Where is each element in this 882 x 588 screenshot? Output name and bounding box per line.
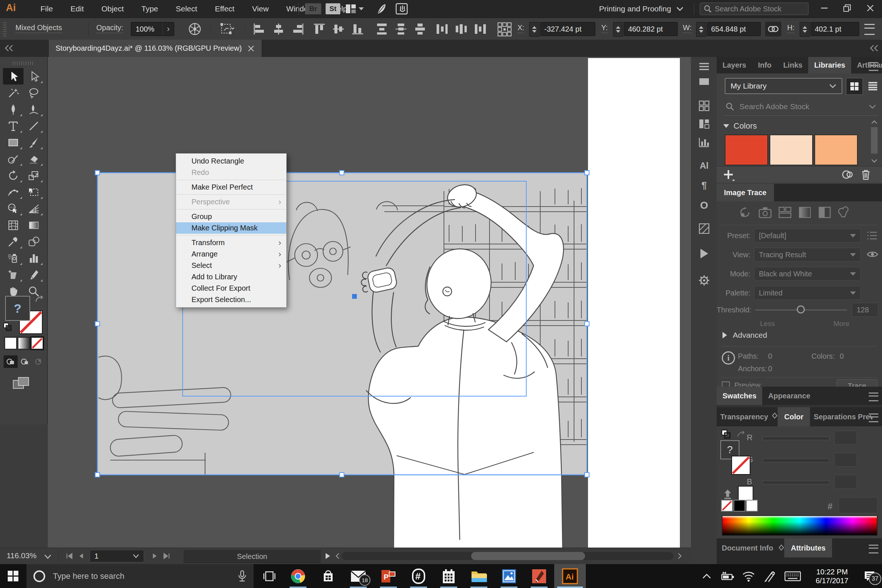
tool-line-segment[interactable] — [24, 118, 44, 134]
swap-fill-stroke-icon[interactable] — [34, 295, 45, 304]
clock[interactable]: 10:22 PM 6/17/2017 — [807, 564, 857, 588]
status-indicator[interactable]: Selection — [184, 550, 321, 563]
taskbar-powerpoint-icon[interactable]: P — [374, 564, 404, 588]
dock-actions-icon[interactable] — [691, 248, 717, 259]
bridge-button[interactable]: Br — [305, 3, 321, 14]
library-select[interactable]: My Library — [725, 78, 842, 94]
menu-item-select[interactable]: Select› — [176, 260, 286, 271]
arrange-documents-icon[interactable] — [345, 4, 357, 14]
draw-normal-button[interactable] — [4, 356, 18, 368]
hex-input[interactable] — [838, 497, 878, 513]
battery-icon[interactable] — [717, 564, 738, 588]
panel-height-toggle-icon[interactable] — [778, 544, 784, 553]
colors-group-header[interactable]: Colors — [723, 121, 757, 131]
tool-rotate[interactable] — [3, 167, 24, 184]
red-slider[interactable] — [763, 436, 830, 440]
library-swatch[interactable] — [814, 135, 858, 165]
previous-artboard-icon[interactable] — [78, 553, 84, 560]
tool-perspective-grid[interactable] — [24, 200, 44, 217]
tab-layers[interactable]: Layers — [717, 57, 752, 74]
tool-artboard[interactable] — [3, 266, 24, 283]
toolbar-grip[interactable] — [12, 62, 34, 65]
library-scrollbar-thumb[interactable] — [871, 127, 878, 154]
swap-fill-stroke-icon[interactable] — [736, 430, 747, 439]
tool-rectangle[interactable] — [3, 134, 24, 151]
green-slider[interactable] — [763, 459, 830, 462]
menu-item-transform[interactable]: Transform› — [176, 237, 286, 248]
taskbar-photos-icon[interactable] — [494, 564, 524, 588]
tab-separations-preview[interactable]: Separations Previ — [810, 407, 873, 426]
constrain-proportions-icon[interactable] — [765, 22, 781, 36]
fill-color-indicator[interactable]: ? — [5, 296, 30, 321]
align-center-vertical-icon[interactable] — [332, 23, 345, 35]
green-value-field[interactable] — [834, 453, 857, 467]
menu-item-make-clipping-mask[interactable]: Make Clipping Mask — [176, 222, 286, 234]
artboard[interactable] — [588, 58, 680, 548]
panel-menu-icon[interactable] — [869, 413, 878, 422]
collapse-panels-icon[interactable] — [870, 45, 879, 52]
tab-image-trace[interactable]: Image Trace — [717, 184, 774, 201]
transform-options-icon[interactable] — [220, 22, 234, 36]
distribute-right-icon[interactable] — [474, 23, 487, 35]
h-stepper[interactable] — [800, 22, 810, 37]
menu-object[interactable]: Object — [93, 0, 133, 18]
zoom-level[interactable]: 116.03% — [7, 551, 36, 560]
distribute-center-vertical-icon[interactable] — [395, 23, 408, 35]
tab-links[interactable]: Links — [777, 57, 808, 74]
library-swatch[interactable] — [770, 135, 813, 165]
dock-settings-icon[interactable] — [691, 274, 717, 286]
default-fill-stroke-icon[interactable] — [3, 322, 12, 332]
panel-height-toggle-icon[interactable] — [772, 412, 778, 421]
action-center-button[interactable]: 37 — [858, 564, 882, 588]
tray-expand-icon[interactable] — [697, 564, 717, 588]
arrange-documents-chevron-icon[interactable] — [358, 8, 364, 10]
tab-info[interactable]: Info — [752, 57, 778, 74]
tool-curvature[interactable] — [24, 101, 44, 118]
black-swatch[interactable] — [734, 500, 745, 512]
tool-paintbrush[interactable] — [24, 134, 44, 151]
menu-file[interactable]: File — [32, 0, 62, 18]
library-swatch[interactable] — [725, 135, 768, 165]
distribute-center-horizontal-icon[interactable] — [455, 23, 468, 35]
w-field[interactable]: 654.848 pt — [707, 22, 761, 36]
w-stepper[interactable] — [696, 22, 706, 37]
document-tab[interactable]: Storyboarding4Dayz.ai* @ 116.03% (RGB/GP… — [49, 40, 262, 57]
tab-document-info[interactable]: Document Info — [717, 538, 778, 558]
taskbar-explorer-icon[interactable] — [464, 564, 494, 588]
start-button[interactable] — [0, 564, 27, 588]
menu-view[interactable]: View — [243, 0, 278, 18]
align-left-icon[interactable] — [253, 23, 266, 35]
menu-edit[interactable]: Edit — [62, 0, 93, 18]
menu-item-arrange[interactable]: Arrange› — [176, 248, 286, 260]
tab-swatches[interactable]: Swatches — [717, 387, 762, 405]
y-field[interactable]: 460.282 pt — [624, 22, 678, 36]
control-panel-menu-icon[interactable] — [864, 24, 874, 35]
tool-magic-wand[interactable] — [3, 84, 24, 101]
menu-type[interactable]: Type — [133, 0, 167, 18]
white-swatch[interactable] — [746, 500, 758, 512]
grid-view-button[interactable] — [846, 78, 863, 95]
tool-mesh[interactable] — [3, 217, 24, 233]
dock-layout-icon[interactable] — [691, 119, 717, 129]
h-field[interactable]: 402.1 pt — [811, 22, 859, 36]
tool-pen[interactable] — [3, 101, 24, 118]
tool-scale[interactable] — [24, 167, 44, 184]
grayscale-preset-icon[interactable] — [798, 205, 812, 220]
first-artboard-icon[interactable] — [65, 553, 74, 560]
task-view-button[interactable] — [257, 564, 282, 588]
y-stepper[interactable] — [613, 22, 623, 37]
microphone-icon[interactable] — [237, 570, 247, 582]
draw-inside-button[interactable] — [32, 356, 46, 368]
menu-select[interactable]: Select — [167, 0, 206, 18]
stock-search-input[interactable]: Search Adobe Stock — [700, 3, 808, 15]
next-artboard-icon[interactable] — [152, 553, 158, 560]
horizontal-scrollbar-thumb[interactable] — [471, 552, 585, 560]
reference-point-icon[interactable] — [497, 22, 512, 36]
change-screen-mode-icon[interactable] — [12, 376, 30, 391]
taskbar-hash-app-icon[interactable]: # — [404, 564, 434, 588]
taskbar-calendar-icon[interactable] — [434, 564, 464, 588]
low-color-preset-icon[interactable] — [778, 205, 792, 220]
advanced-toggle[interactable]: Advanced — [723, 331, 767, 340]
tab-appearance[interactable]: Appearance — [762, 387, 816, 405]
align-bottom-icon[interactable] — [351, 23, 364, 35]
